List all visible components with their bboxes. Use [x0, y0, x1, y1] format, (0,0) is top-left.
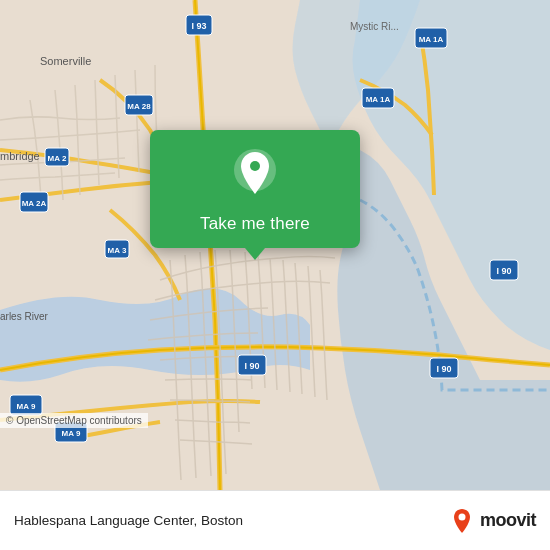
svg-point-30 — [250, 161, 260, 171]
svg-text:MA 2A: MA 2A — [22, 199, 47, 208]
moovit-icon — [448, 507, 476, 535]
svg-text:Somerville: Somerville — [40, 55, 91, 67]
svg-text:Mystic Ri...: Mystic Ri... — [350, 21, 399, 32]
moovit-wordmark: moovit — [480, 510, 536, 531]
moovit-logo[interactable]: moovit — [448, 507, 536, 535]
svg-text:MA 3: MA 3 — [108, 246, 127, 255]
take-me-there-button[interactable]: Take me there — [200, 214, 310, 234]
svg-point-31 — [458, 513, 465, 520]
place-name-label: Hablespana Language Center, Boston — [14, 513, 243, 528]
svg-text:I 90: I 90 — [244, 361, 259, 371]
svg-text:MA 1A: MA 1A — [366, 95, 391, 104]
svg-text:MA 1A: MA 1A — [419, 35, 444, 44]
svg-text:I 90: I 90 — [436, 364, 451, 374]
svg-text:MA 2: MA 2 — [48, 154, 67, 163]
svg-text:mbridge: mbridge — [0, 150, 40, 162]
map-container: I 93 MA 28 MA 2A MA 2 MA 3 MA 1A MA 1A I… — [0, 0, 550, 490]
svg-text:MA 28: MA 28 — [127, 102, 151, 111]
svg-text:MA 9: MA 9 — [62, 429, 81, 438]
bottom-bar: Hablespana Language Center, Boston moovi… — [0, 490, 550, 550]
svg-text:I 90: I 90 — [496, 266, 511, 276]
svg-text:MA 9: MA 9 — [17, 402, 36, 411]
popup-card: Take me there — [150, 130, 360, 248]
svg-text:I 93: I 93 — [191, 21, 206, 31]
svg-text:arles River: arles River — [0, 311, 48, 322]
copyright-text: © OpenStreetMap contributors — [0, 413, 148, 428]
location-pin-icon — [233, 148, 277, 204]
